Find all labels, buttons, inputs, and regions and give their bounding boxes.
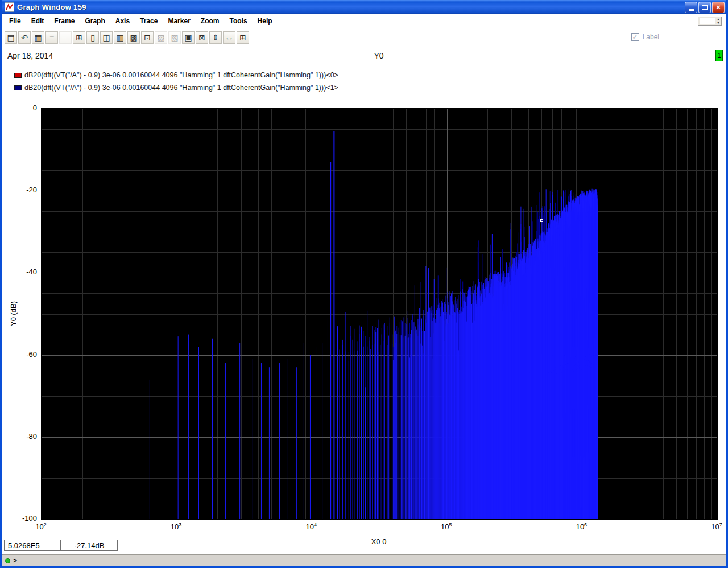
- minimize-icon: [689, 9, 694, 11]
- y-tick-label: -100: [12, 514, 37, 522]
- spinner-value: [700, 18, 715, 24]
- label-input[interactable]: [663, 32, 719, 42]
- window-buttons: ×: [685, 2, 725, 13]
- window-title: Graph Window 159: [17, 3, 685, 11]
- menu-help[interactable]: Help: [253, 15, 278, 27]
- menu-zoom[interactable]: Zoom: [196, 15, 225, 27]
- image-mode-icon: ▨: [155, 31, 167, 44]
- doc-lines-icon[interactable]: ≡: [46, 31, 58, 44]
- close-icon: ×: [716, 3, 721, 11]
- fit-horizontal-icon-glyph: ⇔: [225, 34, 233, 42]
- graph-window: Graph Window 159 × FileEditFrameGraphAxi…: [0, 0, 728, 568]
- fit-horizontal-icon[interactable]: ⇔: [223, 31, 235, 44]
- delete-trace-icon[interactable]: ⊠: [196, 31, 208, 44]
- y-tick-label: -40: [12, 267, 37, 276]
- close-button[interactable]: ×: [712, 2, 725, 13]
- label-checkbox-text: Label: [643, 33, 659, 41]
- comb-grid-icon-glyph: ▦: [34, 34, 42, 42]
- x-tick-label: 104: [305, 522, 316, 531]
- image-mode-icon-glyph: ▨: [157, 34, 164, 42]
- y-tick-label: -60: [12, 350, 37, 359]
- plot-area[interactable]: [41, 108, 718, 520]
- delete-trace-icon-glyph: ⊠: [198, 34, 205, 42]
- x-axis-label: X0 0: [371, 537, 387, 546]
- y-tick-label: -20: [12, 186, 37, 194]
- notes-icon[interactable]: ▣: [182, 31, 195, 44]
- x-tick-label: 106: [576, 522, 587, 531]
- undo-icon-glyph: ↶: [21, 34, 28, 42]
- toolbar: ▤↶▦≡⊞▯◫▥▩⊡▨▧▣⊠⇕⇔⊞ ✓ Label: [2, 28, 726, 47]
- spinner-down-icon[interactable]: ▼: [717, 21, 720, 24]
- subwindow-spinner[interactable]: ▲ ▼: [698, 17, 722, 26]
- add-subwindow-icon[interactable]: ⊞: [73, 31, 85, 44]
- menu-trace[interactable]: Trace: [135, 15, 163, 27]
- zoom-region-icon-glyph: ⊞: [239, 34, 246, 42]
- snapshot-icon-glyph: ⊡: [144, 34, 151, 42]
- check-icon: ✓: [632, 34, 638, 40]
- menu-file[interactable]: File: [4, 15, 26, 27]
- command-input[interactable]: [20, 557, 723, 565]
- legend-swatch: [14, 85, 22, 90]
- menu-bar: FileEditFrameGraphAxisTraceMarkerZoomToo…: [2, 14, 726, 28]
- command-prompt: >: [13, 557, 17, 565]
- maximize-button[interactable]: [698, 2, 711, 13]
- x-tick-label: 107: [711, 522, 722, 531]
- undo-icon[interactable]: ↶: [18, 31, 31, 44]
- copy-graph-icon[interactable]: ◫: [100, 31, 113, 44]
- overlay-mode-icon-glyph: ▩: [130, 34, 137, 42]
- menu-marker[interactable]: Marker: [163, 15, 195, 27]
- comb-grid-icon[interactable]: ▦: [32, 31, 44, 44]
- hatch-mode-icon-glyph: ▧: [171, 34, 178, 42]
- minimize-button[interactable]: [685, 2, 697, 13]
- add-subwindow-icon-glyph: ⊞: [76, 34, 82, 42]
- page-icon[interactable]: ▯: [86, 31, 99, 44]
- subwindow-badge[interactable]: 1: [715, 50, 723, 61]
- status-bar: >: [2, 554, 726, 566]
- y-tick-label: 0: [12, 104, 37, 112]
- y-tick-label: -80: [12, 432, 37, 441]
- blank-icon: [59, 31, 72, 44]
- snapshot-icon[interactable]: ⊡: [141, 31, 154, 44]
- window-frame: Graph Window 159 × FileEditFrameGraphAxi…: [2, 0, 726, 566]
- plot-canvas[interactable]: [42, 109, 717, 519]
- strip-title: Y0: [374, 51, 383, 60]
- fit-vertical-icon[interactable]: ⇕: [209, 31, 222, 44]
- spinner-arrows: ▲ ▼: [717, 18, 721, 24]
- legend: dB20(dft((VT("/A") - 0.9) 3e-06 0.001600…: [14, 69, 338, 94]
- page-icon-glyph: ▯: [90, 34, 95, 42]
- menu-frame[interactable]: Frame: [49, 15, 80, 27]
- zoom-region-icon[interactable]: ⊞: [237, 31, 249, 44]
- plot-marker[interactable]: [540, 219, 543, 222]
- header-strip: Apr 18, 2014 Y0 1: [2, 47, 726, 64]
- x-tick-label: 105: [441, 522, 452, 531]
- x-tick-label: 102: [35, 522, 46, 531]
- menu-axis[interactable]: Axis: [110, 15, 135, 27]
- printer-icon-glyph: ▤: [7, 34, 14, 42]
- y-axis-label: Y0 (dB): [9, 301, 18, 326]
- menu-tools[interactable]: Tools: [224, 15, 252, 27]
- hatch-mode-icon: ▧: [168, 31, 181, 44]
- strip-mode-icon-glyph: ▥: [116, 34, 123, 42]
- status-led-icon: [5, 558, 10, 563]
- printer-icon[interactable]: ▤: [5, 31, 17, 44]
- copy-graph-icon-glyph: ◫: [102, 34, 110, 42]
- toolbar-right: ✓ Label: [631, 32, 719, 42]
- x-tick-label: 103: [171, 522, 181, 531]
- notes-icon-glyph: ▣: [184, 34, 192, 42]
- legend-text: dB20(dft((VT("/A") - 0.9) 3e-06 0.001600…: [24, 71, 338, 79]
- plot-date: Apr 18, 2014: [7, 51, 53, 60]
- maximize-icon: [702, 5, 708, 10]
- menu-graph[interactable]: Graph: [80, 15, 110, 27]
- strip-mode-icon[interactable]: ▥: [114, 31, 126, 44]
- legend-swatch: [14, 73, 22, 78]
- legend-entry-0[interactable]: dB20(dft((VT("/A") - 0.9) 3e-06 0.001600…: [14, 69, 338, 81]
- label-checkbox[interactable]: ✓: [631, 33, 639, 41]
- x-readout: 5.0268E5: [4, 540, 61, 551]
- legend-text: dB20(dft((VT("/A") - 0.9) 3e-06 0.001600…: [24, 84, 338, 92]
- toolbar-icons: ▤↶▦≡⊞▯◫▥▩⊡▨▧▣⊠⇕⇔⊞: [5, 31, 249, 44]
- menu-edit[interactable]: Edit: [26, 15, 49, 27]
- legend-entry-1[interactable]: dB20(dft((VT("/A") - 0.9) 3e-06 0.001600…: [14, 81, 338, 94]
- overlay-mode-icon[interactable]: ▩: [127, 31, 140, 44]
- doc-lines-icon-glyph: ≡: [49, 34, 54, 42]
- title-bar[interactable]: Graph Window 159 ×: [2, 0, 726, 14]
